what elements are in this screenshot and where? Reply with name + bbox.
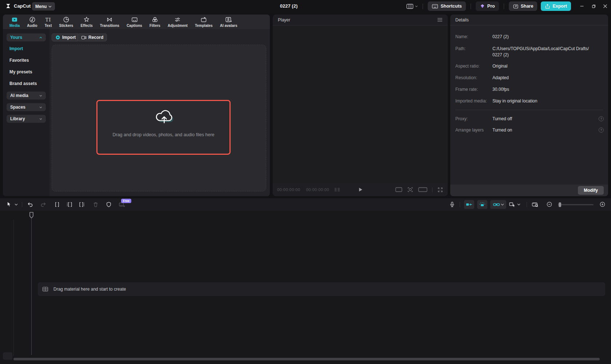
detail-label-aspect: Aspect ratio: <box>455 64 480 69</box>
close-button[interactable] <box>599 0 611 12</box>
adjustment-icon <box>174 16 181 23</box>
ratio-icon[interactable] <box>395 187 402 192</box>
divider <box>22 202 22 207</box>
zoom-in-icon[interactable] <box>599 201 606 207</box>
tab-adjustment[interactable]: Adjustment <box>164 15 191 29</box>
tab-captions[interactable]: Captions <box>123 15 146 29</box>
text-icon: TI <box>45 16 51 23</box>
timecode-total: 00:00:00:00 <box>306 187 330 192</box>
audio-icon <box>29 16 36 23</box>
playhead-line[interactable] <box>31 218 32 355</box>
sidebar-item-my-presets[interactable]: My presets <box>9 69 32 74</box>
media-dropzone[interactable]: Drag and drop videos, photos, and audio … <box>52 45 266 191</box>
menu-button[interactable]: Menu <box>32 2 55 11</box>
sidebar-group-spaces[interactable]: Spaces <box>7 103 46 111</box>
detail-label-imported-media: Imported media: <box>455 98 487 104</box>
redo-icon[interactable] <box>40 201 47 208</box>
undo-icon[interactable] <box>27 201 33 208</box>
ripple-delete-icon <box>466 202 473 207</box>
help-icon[interactable]: ? <box>599 116 604 121</box>
media-icon <box>11 16 18 23</box>
fullscreen-icon[interactable] <box>437 187 443 193</box>
record-button[interactable]: Record <box>77 33 107 41</box>
timeline-zoom-slider[interactable] <box>558 204 594 205</box>
split-keep-left-icon[interactable] <box>66 201 73 208</box>
delete-icon[interactable] <box>92 201 99 208</box>
divider <box>504 4 504 9</box>
zoom-out-icon[interactable] <box>546 201 552 207</box>
pro-button[interactable]: Pro <box>476 1 499 11</box>
media-strip-icon <box>42 286 48 292</box>
detail-value-framerate: 30.00fps <box>492 87 509 92</box>
tab-ai-avatars[interactable]: AI avatars <box>216 15 241 29</box>
link-clips-toggle[interactable] <box>490 200 506 209</box>
player-viewport <box>273 26 448 183</box>
shortcuts-button[interactable]: Shortcuts <box>428 1 466 11</box>
detail-value-name: 0227 (2) <box>492 34 509 39</box>
app-name: CapCut <box>14 3 31 9</box>
slider-knob[interactable] <box>559 202 561 207</box>
tab-effects[interactable]: Effects <box>77 15 96 29</box>
sidebar-item-brand-assets[interactable]: Brand assets <box>9 81 37 86</box>
dropzone-text: Drag and drop videos, photos, and audio … <box>97 132 229 137</box>
share-button[interactable]: Share <box>509 1 538 11</box>
split-keep-right-icon[interactable] <box>79 201 85 208</box>
microphone-icon[interactable] <box>449 201 455 208</box>
help-icon[interactable]: ? <box>599 128 604 133</box>
preview-select-icon[interactable] <box>509 202 522 208</box>
tab-stickers[interactable]: Stickers <box>56 15 77 29</box>
detail-value-resolution: Adapted <box>492 75 509 80</box>
workspace-layout-icon[interactable] <box>406 3 418 9</box>
sidebar-group-yours[interactable]: Yours <box>7 33 46 41</box>
detail-value-path: C:/Users/TOPGUS/AppData/Local/CapCut Dra… <box>492 46 589 51</box>
keyboard-icon <box>432 4 438 9</box>
import-button[interactable]: Import <box>52 33 79 41</box>
tab-media[interactable]: Media <box>6 15 23 29</box>
sidebar-item-favorites[interactable]: Favorites <box>9 58 29 63</box>
tab-templates[interactable]: Templates <box>191 15 216 29</box>
tab-audio[interactable]: Audio <box>23 15 41 29</box>
project-title: 0227 (2) <box>280 3 297 9</box>
frame-grid-icon[interactable] <box>334 187 340 192</box>
resolution-box-icon[interactable] <box>418 187 427 192</box>
tab-text[interactable]: TI Text <box>41 15 56 29</box>
chevron-down-icon[interactable] <box>15 203 18 206</box>
tab-filters[interactable]: Filters <box>146 15 164 29</box>
captions-icon <box>131 16 138 23</box>
fit-zoom-icon[interactable] <box>407 186 414 193</box>
player-panel: Player 00:00:00:00 00:00:00:00 <box>273 15 448 196</box>
magnetic-snap-toggle[interactable] <box>477 200 487 209</box>
horizontal-scrollbar[interactable] <box>13 358 600 360</box>
sidebar-item-import[interactable]: Import <box>9 46 23 51</box>
divider <box>432 187 432 192</box>
timeline-area[interactable]: Drag material here and start to create <box>0 211 611 364</box>
player-menu-icon[interactable] <box>437 18 443 22</box>
templates-icon <box>200 16 207 23</box>
split-icon[interactable] <box>54 201 60 208</box>
detail-value-imported-media: Stay in original location <box>492 98 537 104</box>
play-button[interactable] <box>358 187 363 193</box>
details-footer: Modify <box>450 185 608 196</box>
asset-tab-bar: Media Audio TI Text Stickers Effects Tra… <box>3 15 270 29</box>
minimize-button[interactable] <box>576 0 588 12</box>
timeline-track-placeholder[interactable]: Drag material here and start to create <box>38 282 605 296</box>
free-badge: Free <box>121 199 131 203</box>
star-icon <box>83 16 90 23</box>
divider <box>423 4 423 9</box>
chevron-down-icon <box>501 203 504 206</box>
modify-button[interactable]: Modify <box>578 186 604 195</box>
export-button[interactable]: Export <box>541 1 571 11</box>
magnetic-snap-icon <box>479 202 486 207</box>
select-cursor-icon[interactable] <box>6 201 12 207</box>
chevron-down-icon <box>39 118 42 120</box>
maximize-button[interactable] <box>588 0 599 12</box>
divider <box>460 202 460 207</box>
sidebar-group-library[interactable]: Library <box>7 115 46 123</box>
auto-ripple-toggle[interactable] <box>464 200 474 209</box>
divider <box>455 110 603 110</box>
cover-shield-icon[interactable] <box>105 201 112 208</box>
sidebar-group-ai-media[interactable]: AI media <box>7 92 46 100</box>
tab-transitions[interactable]: Transitions <box>96 15 123 29</box>
detail-label-proxy: Proxy: <box>455 116 468 121</box>
timeline-preview-icon[interactable] <box>532 201 539 208</box>
